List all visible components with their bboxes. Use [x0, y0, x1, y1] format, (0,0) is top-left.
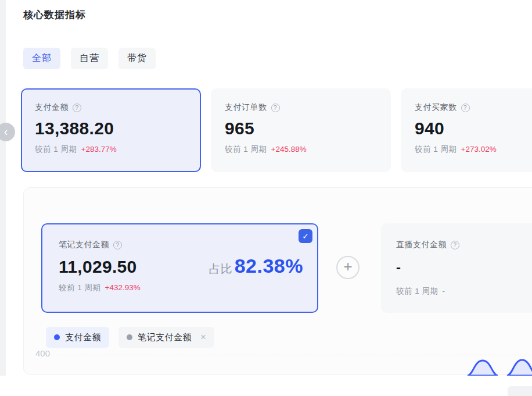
- help-icon[interactable]: ?: [271, 104, 280, 112]
- metric-value: 13,388.20: [35, 119, 187, 138]
- add-metric-button[interactable]: +: [336, 256, 360, 279]
- metric-value: -: [396, 259, 532, 276]
- chevron-left-icon: ‹: [4, 125, 8, 138]
- change-value: +273.02%: [461, 145, 497, 154]
- metric-card-paid-orders[interactable]: 支付订单数 ? 965 较前 1 周期+245.88%: [211, 88, 391, 172]
- change-value: +245.88%: [271, 145, 307, 154]
- line-chart-peaks: [401, 356, 532, 376]
- metric-label: 笔记支付金额: [59, 240, 109, 250]
- remove-series-icon[interactable]: ×: [200, 331, 206, 343]
- compare-label: 较前 1 周期: [415, 145, 457, 154]
- share-value: 82.38%: [235, 255, 303, 277]
- share-label: 占比: [209, 261, 232, 277]
- metric-label: 支付订单数: [225, 102, 267, 113]
- metric-value: 11,029.50: [59, 257, 137, 277]
- plus-icon: +: [343, 258, 352, 276]
- metric-label: 支付金额: [35, 102, 69, 113]
- compare-label: 较前 1 周期: [35, 145, 77, 154]
- help-icon[interactable]: ?: [73, 104, 81, 112]
- compare-row: 较前 1 周期+245.88%: [225, 144, 377, 155]
- legend-item-note-payment-amount[interactable]: 笔记支付金额 ×: [118, 327, 214, 348]
- help-icon[interactable]: ?: [113, 241, 122, 249]
- subcard-live-payment-amount[interactable]: 直播支付金额 ? - 较前 1 周期-: [381, 223, 532, 313]
- compare-label: 较前 1 周期: [59, 283, 101, 292]
- value-row: 11,029.50 占比 82.38%: [59, 255, 303, 277]
- tab-affiliate[interactable]: 带货: [118, 48, 156, 69]
- carousel-prev-button[interactable]: ‹: [0, 123, 15, 141]
- legend-label: 支付金额: [65, 332, 101, 343]
- metric-label-row: 直播支付金额 ?: [396, 240, 532, 250]
- breakdown-panel: 笔记支付金额 ? 11,029.50 占比 82.38% 较前 1 周期+432…: [23, 187, 532, 375]
- compare-row: 较前 1 周期-: [396, 286, 532, 297]
- corner-widget: [508, 386, 532, 396]
- metric-value: 965: [225, 119, 377, 138]
- compare-row: 较前 1 周期+273.02%: [415, 144, 532, 155]
- tab-all[interactable]: 全部: [23, 48, 60, 69]
- metric-value: 940: [415, 119, 532, 138]
- metric-label-row: 支付金额 ?: [35, 102, 187, 113]
- core-metrics-panel: 核心数据指标 全部 自营 带货 支付金额 ? 13,388.20 较前 1 周期…: [0, 0, 532, 396]
- metric-checkbox-checked[interactable]: ✓: [299, 229, 312, 243]
- metric-label-row: 支付订单数 ?: [225, 102, 377, 113]
- change-value: +432.93%: [105, 283, 141, 292]
- chart-gridline: [60, 355, 532, 355]
- legend-item-payment-amount[interactable]: 支付金额: [46, 327, 109, 348]
- chart-legend: 支付金额 笔记支付金额 ×: [46, 327, 214, 348]
- y-axis-tick-400: 400: [35, 348, 50, 358]
- metric-card-payment-amount[interactable]: 支付金额 ? 13,388.20 较前 1 周期+283.77%: [21, 88, 201, 172]
- legend-label: 笔记支付金额: [138, 332, 192, 343]
- metric-card-paid-buyers[interactable]: 支付买家数 ? 940 较前 1 周期+273.02%: [401, 88, 532, 172]
- check-icon: ✓: [302, 231, 309, 241]
- left-edge-strip: [0, 0, 6, 376]
- metric-label-row: 支付买家数 ?: [415, 102, 532, 113]
- help-icon[interactable]: ?: [451, 241, 459, 249]
- subcard-note-payment-amount[interactable]: 笔记支付金额 ? 11,029.50 占比 82.38% 较前 1 周期+432…: [41, 223, 318, 313]
- compare-row: 较前 1 周期+432.93%: [59, 283, 303, 293]
- metric-label: 直播支付金额: [396, 240, 447, 250]
- compare-label: 较前 1 周期: [396, 287, 438, 295]
- compare-row: 较前 1 周期+283.77%: [35, 144, 187, 155]
- metric-label: 支付买家数: [415, 102, 457, 113]
- change-value: +283.77%: [81, 145, 117, 154]
- metric-label-row: 笔记支付金额 ?: [59, 240, 303, 250]
- page-title: 核心数据指标: [23, 8, 86, 22]
- change-value: -: [443, 287, 445, 295]
- series-dot-blue: [54, 334, 60, 340]
- compare-label: 较前 1 周期: [225, 145, 267, 154]
- series-dot-gray: [127, 334, 132, 340]
- tab-self-operated[interactable]: 自营: [71, 48, 108, 69]
- scope-tabs: 全部 自营 带货: [23, 48, 156, 69]
- help-icon[interactable]: ?: [461, 104, 470, 112]
- metric-card-row: 支付金额 ? 13,388.20 较前 1 周期+283.77% 支付订单数 ?…: [21, 88, 532, 172]
